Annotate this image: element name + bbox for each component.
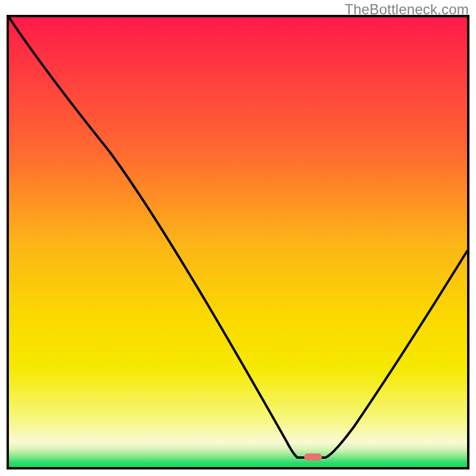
chart-background-gradient xyxy=(9,17,467,467)
optimal-point-marker xyxy=(304,453,322,461)
svg-rect-0 xyxy=(9,17,467,467)
chart-frame xyxy=(7,15,469,469)
